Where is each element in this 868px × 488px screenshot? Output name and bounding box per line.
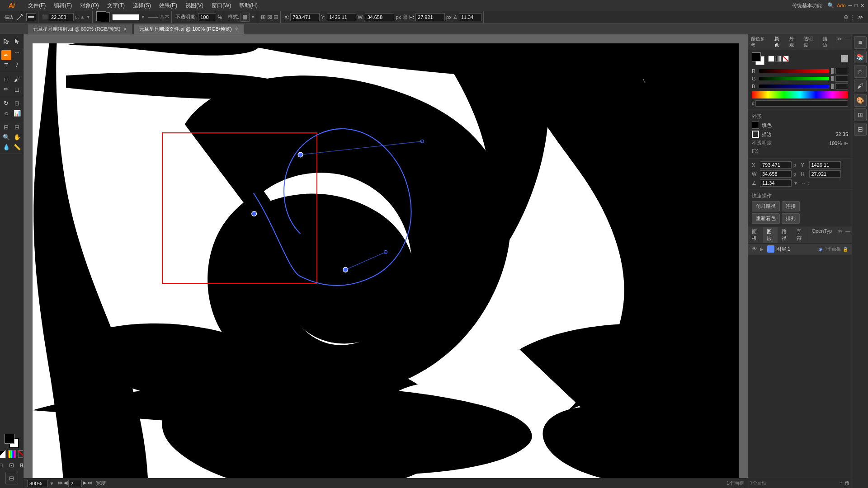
draw-inside[interactable]: ⊞ — [18, 460, 24, 470]
quick-btn-4[interactable]: 排列 — [782, 213, 800, 224]
layer-lock-1[interactable]: 🔒 — [843, 247, 848, 252]
x-coord-field[interactable] — [760, 161, 792, 169]
line-tool[interactable]: / — [12, 60, 22, 70]
delete-layer-btn[interactable]: 🗑 — [844, 480, 850, 486]
r-input[interactable] — [835, 68, 848, 74]
swatches-btn[interactable]: 🎨 — [854, 94, 867, 107]
transform-panel-btn[interactable]: ⊞ — [854, 108, 867, 121]
fill-color-icon[interactable] — [752, 52, 761, 61]
more-icon[interactable]: ⋮ — [850, 14, 856, 20]
maximize-btn[interactable]: □ — [854, 3, 858, 8]
slice-tool[interactable]: ⊟ — [12, 122, 22, 132]
stroke-up-arrow[interactable]: ▲ — [80, 14, 85, 19]
style-box[interactable] — [241, 13, 250, 22]
angle-dropdown[interactable]: ▼ — [793, 181, 798, 186]
tab-color[interactable]: 颜色 — [772, 34, 787, 50]
gradient-btn[interactable] — [8, 450, 16, 458]
minimize-btn[interactable]: ─ — [849, 3, 852, 8]
tab-color-ref[interactable]: 颜色参考 — [748, 34, 772, 50]
zoom-tool[interactable]: 🔍 — [1, 132, 11, 142]
symbols-btn[interactable]: ☆ — [854, 65, 867, 78]
color-spectrum-bar[interactable] — [752, 91, 848, 99]
quick-btn-3[interactable]: 重新着色 — [752, 213, 780, 224]
layer-item-1[interactable]: 👁 ▶ 图层 1 ◉ 1个画框 🔒 — [748, 244, 852, 255]
graph-tool[interactable]: 📊 — [12, 108, 22, 118]
angle-input[interactable] — [459, 13, 481, 21]
fill-stroke-switcher[interactable] — [96, 11, 111, 23]
menu-select[interactable]: 选择(S) — [129, 1, 155, 10]
pen-tool-icon[interactable] — [15, 12, 25, 22]
zoom-input[interactable] — [27, 480, 47, 487]
next-artboard-btn[interactable]: ▶ — [83, 480, 86, 487]
align-panel-btn[interactable]: ⊟ — [854, 123, 867, 136]
adobe-icon[interactable]: Ado — [837, 3, 846, 8]
layers-collapse-btn[interactable]: — — [844, 227, 852, 243]
menu-view[interactable]: 视图(V) — [182, 1, 207, 10]
prev-artboard-btn[interactable]: ◀ — [64, 480, 67, 487]
menu-type[interactable]: 文字(T) — [104, 1, 128, 10]
r-bar[interactable] — [759, 69, 829, 73]
g-slider-handle[interactable] — [831, 76, 834, 81]
h-coord-field[interactable] — [809, 170, 841, 178]
b-slider-handle[interactable] — [831, 84, 834, 89]
fill-swatch-app[interactable] — [752, 122, 759, 129]
gradient-color-btn[interactable] — [775, 56, 782, 62]
stroke-arrow-btn[interactable]: ▼ — [141, 14, 145, 19]
stroke-down-arrow[interactable]: ▼ — [86, 14, 90, 19]
g-bar[interactable] — [759, 77, 829, 80]
menu-help[interactable]: 帮助(H) — [236, 1, 261, 10]
layer-expand-1[interactable]: ▶ — [760, 247, 765, 252]
draw-behind[interactable]: ⊡ — [7, 460, 17, 470]
fill-stroke-box[interactable] — [5, 434, 19, 448]
measure-tool[interactable]: 📏 — [12, 142, 22, 152]
no-fill-btn[interactable] — [18, 450, 24, 458]
hand-tool[interactable]: ✋ — [12, 132, 22, 142]
quick-btn-1[interactable]: 仿群路径 — [752, 201, 780, 211]
tab-1[interactable]: 元旦星只幽源文件.ai @ 100% (RGB/预览) ✕ — [133, 24, 244, 34]
angle-coord-field[interactable] — [760, 179, 792, 187]
tab-layers[interactable]: 图层 — [763, 227, 778, 243]
r-slider-handle[interactable] — [831, 68, 834, 74]
menu-object[interactable]: 对象(O) — [76, 1, 102, 10]
normal-draw[interactable]: □ — [0, 460, 6, 470]
menu-file[interactable]: 文件(F) — [24, 1, 49, 10]
w-coord-field[interactable] — [760, 170, 792, 178]
none-color-btn[interactable] — [0, 450, 6, 458]
opacity-input[interactable] — [198, 13, 216, 21]
warp-tool[interactable]: ⌾ — [1, 108, 11, 118]
canvas[interactable] — [33, 43, 739, 479]
type-tool[interactable]: T — [1, 60, 11, 70]
tab-stroke-top[interactable]: 描边 — [820, 34, 835, 50]
zoom-dropdown-arrow[interactable]: ▼ — [49, 481, 54, 486]
tab-path[interactable]: 路径 — [778, 227, 793, 243]
tab-appearance-top[interactable]: 外观 — [787, 34, 802, 50]
tab-0[interactable]: 元旦星只幽讲解.ai @ 800% (RGB/预览) ✕ — [27, 24, 132, 34]
artboard-tool[interactable]: ⊞ — [1, 122, 11, 132]
flip-v-icon[interactable]: ↕ — [808, 180, 811, 186]
layers-more-btn[interactable]: ≫ — [836, 227, 844, 243]
align-icon[interactable]: ⊞ — [261, 14, 266, 20]
search-icon[interactable]: 🔍 — [827, 2, 834, 9]
selection-tool[interactable] — [1, 36, 11, 46]
eyedropper-tool[interactable]: 💧 — [1, 142, 11, 152]
libraries-btn[interactable]: 📚 — [854, 51, 867, 63]
style-arrow[interactable]: ▼ — [251, 15, 255, 19]
y-coord-input[interactable] — [327, 13, 356, 21]
panel-more-btn[interactable]: ≫ — [835, 34, 844, 50]
stroke-selector[interactable] — [26, 13, 36, 21]
h-coord-input[interactable] — [415, 13, 445, 21]
color-fill-stroke-icons[interactable] — [752, 52, 764, 65]
stroke-swatch-app[interactable] — [752, 131, 759, 138]
rect-tool[interactable]: □ — [1, 74, 11, 84]
layer-eye-1[interactable]: 👁 — [752, 246, 758, 252]
menu-edit[interactable]: 编辑(E) — [50, 1, 75, 10]
arrange-icon[interactable]: ⊕ — [844, 14, 849, 20]
pen-tool[interactable]: ✒ — [1, 50, 11, 60]
transform-icon[interactable]: ⊠ — [267, 14, 272, 20]
tab-1-close[interactable]: ✕ — [235, 27, 238, 32]
close-btn[interactable]: ✕ — [860, 3, 864, 9]
opacity-expand[interactable]: ▶ — [844, 141, 848, 145]
layer-vis-1[interactable]: ◉ — [819, 247, 823, 252]
tab-0-close[interactable]: ✕ — [123, 27, 127, 32]
graph-icon[interactable]: ⊟ — [274, 14, 278, 20]
